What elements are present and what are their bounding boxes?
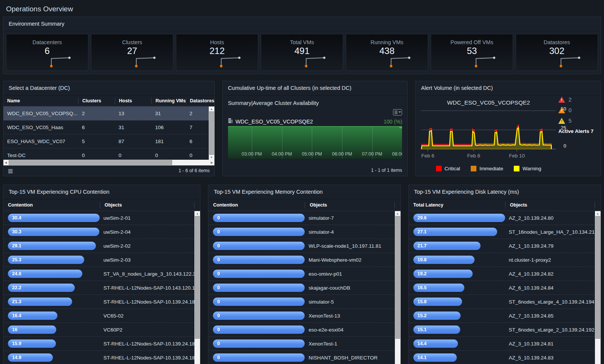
- table-row[interactable]: 15.8ST_6nodes_xLarge_4_10.139.24.194: [409, 295, 601, 309]
- table-row[interactable]: 0simulator-5: [208, 295, 400, 309]
- cpu-contention-vertical-scrollbar[interactable]: ▲: [194, 211, 200, 364]
- bar-cell: 0: [208, 256, 305, 264]
- memory-contention-vertical-scrollbar[interactable]: ▲: [395, 211, 401, 364]
- column-header-name[interactable]: Name: [3, 98, 78, 104]
- memory-contention-header: Top-15 VM Experiencing Memory Contention: [208, 185, 400, 199]
- column-header-objects[interactable]: Objects: [505, 202, 595, 208]
- alert-badges: !2!0!5Active Alerts 7: [558, 97, 598, 134]
- table-row[interactable]: 0simulator-7: [208, 211, 400, 225]
- column-header-hosts[interactable]: Hosts: [115, 98, 151, 104]
- bar-cell: 15.1: [409, 325, 505, 334]
- bar-cell: 27.1: [409, 228, 505, 236]
- table-row[interactable]: 14.4AZ_3_10.139.24.81: [409, 337, 601, 351]
- table-row[interactable]: 0eso-omivv-p01: [208, 267, 400, 281]
- column-header-total-latency[interactable]: Total Latency: [409, 202, 505, 208]
- table-row[interactable]: 0eso-e2e-esxi04: [208, 323, 400, 337]
- object-name: AZ_6_10.139.24.84: [505, 285, 554, 291]
- clusters-count: 6: [78, 125, 115, 130]
- bar-cell: 0: [208, 270, 305, 278]
- chart-options-dropdown-icon[interactable]: [393, 109, 402, 116]
- scroll-up-arrow-icon[interactable]: ▲: [595, 211, 601, 216]
- table-row[interactable]: 0XenonTest-13: [208, 309, 400, 323]
- middle-row: Select a Datacenter (DC) NameClustersHos…: [3, 81, 601, 176]
- sparkline-icon: [48, 55, 74, 68]
- table-row[interactable]: 0XenonTest-1: [208, 337, 400, 351]
- sparkline-chart: [48, 55, 74, 70]
- table-row[interactable]: 0skajagar-couchDB: [208, 281, 400, 295]
- table-row[interactable]: 15.9ST-RHEL-L-12Nodes-SAP-10.139.24.181: [3, 337, 200, 351]
- column-picker-icon[interactable]: ▥: [8, 168, 13, 174]
- datacenter-vertical-scrollbar[interactable]: ▲ ▼: [209, 106, 214, 159]
- column-header-objects[interactable]: Objects: [305, 202, 394, 208]
- scrollbar-thumb[interactable]: [195, 216, 200, 339]
- table-row[interactable]: 16.5AZ_6_10.139.24.84: [409, 281, 601, 295]
- datacenter-panel: Select a Datacenter (DC) NameClustersHos…: [3, 81, 215, 176]
- table-row[interactable]: 24.6ST_VA_8_nodes_Large_3_10.143.122.3: [3, 267, 200, 281]
- scrollbar-thumb[interactable]: [595, 216, 600, 339]
- scroll-left-arrow-icon[interactable]: ◀: [3, 160, 8, 165]
- table-row[interactable]: 22.2ST-RHEL-L-12Nodes-SAP-10.143.120.118: [3, 281, 200, 295]
- object-name: AZ_3_10.139.24.81: [505, 341, 554, 347]
- table-row[interactable]: 21.7AZ_1_10.139.24.79: [409, 239, 601, 253]
- scroll-right-arrow-icon[interactable]: ▶: [210, 160, 214, 165]
- bar-cell: 0: [208, 325, 305, 334]
- table-row[interactable]: 19.8nt.cluster-1-proxy2: [409, 253, 601, 267]
- table-row[interactable]: 14.1AZ_5_10.139.24.83: [409, 351, 601, 364]
- table-row[interactable]: 0NISHANT_BOSH_DIRECTOR: [208, 351, 400, 364]
- table-row[interactable]: 30.4uwSim-2-01: [3, 211, 200, 225]
- disk-latency-vertical-scrollbar[interactable]: ▲: [595, 211, 601, 364]
- table-row[interactable]: 19.2AZ_4_10.139.24.82: [409, 267, 601, 281]
- table-row[interactable]: 0WLP-scale-node1_10.197.11.81: [208, 239, 400, 253]
- table-row[interactable]: 29.6AZ_2_10.139.24.80: [409, 211, 601, 225]
- column-header-contention[interactable]: Contention: [3, 202, 100, 208]
- table-row[interactable]: 15.2AZ_7_10.139.24.85: [409, 309, 601, 323]
- object-name: NISHANT_BOSH_DIRECTOR: [305, 355, 378, 361]
- summary-card: Datastores302: [516, 34, 598, 71]
- column-header-clusters[interactable]: Clusters: [78, 98, 115, 104]
- table-row[interactable]: 16.4VC65-02: [3, 309, 200, 323]
- uptime-panel-title: Cumulative Up-time of all Clusters (in s…: [228, 85, 351, 91]
- table-row[interactable]: 14.9ST-RHEL-L-12Nodes-SAP-10.139.24.183: [3, 351, 200, 364]
- table-row[interactable]: 21.3ST-RHEL-L-12Nodes-SAP-10.139.24.182: [3, 295, 200, 309]
- column-header-datastores[interactable]: Datastores: [186, 98, 214, 104]
- running-vms-count: 31: [151, 111, 186, 116]
- table-row[interactable]: Test-DC0000: [3, 148, 214, 159]
- bar-cell: 22.2: [3, 284, 100, 292]
- table-row[interactable]: 29.1uwSim-2-02: [3, 239, 200, 253]
- summary-card: Datacenters6: [6, 34, 88, 71]
- clusters-count: 0: [78, 153, 115, 158]
- scrollbar-thumb[interactable]: [9, 160, 172, 165]
- scroll-up-arrow-icon[interactable]: ▲: [209, 106, 214, 111]
- table-row[interactable]: 16VC60P2: [3, 323, 200, 337]
- summary-card-label: Datacenters: [6, 39, 88, 45]
- scrollbar-thumb[interactable]: [395, 216, 400, 339]
- table-row[interactable]: 30.3uwSim-2-04: [3, 225, 200, 239]
- uptime-cluster-row[interactable]: WDC_ESO_VC05_VCOPSQE2 100 (%): [223, 116, 408, 126]
- object-name: simulator-4: [305, 229, 334, 235]
- scroll-up-arrow-icon[interactable]: ▲: [194, 211, 200, 216]
- table-row[interactable]: 0simulator-4: [208, 225, 400, 239]
- hosts-count: 13: [115, 111, 151, 116]
- alert-chart-area: WDC_ESO_VC05_VCOPSQE2 50250 Feb 6Feb 8Fe…: [416, 96, 601, 176]
- table-row[interactable]: WDC_ESO_VC05_VCOPSQ...213312: [3, 106, 214, 120]
- scroll-down-arrow-icon[interactable]: ▼: [209, 155, 214, 160]
- environment-summary-title: Environment Summary: [9, 21, 64, 27]
- table-row[interactable]: ESO_HAAS_WDC_VC075871816: [3, 134, 214, 148]
- object-name: ST-RHEL-L-12Nodes-SAP-10.139.24.181: [100, 341, 198, 347]
- uptime-metric-label: Summary|Average Cluster Availability: [223, 96, 408, 106]
- scroll-up-arrow-icon[interactable]: ▲: [395, 211, 401, 216]
- table-row[interactable]: 25.3uwSim-2-03: [3, 253, 200, 267]
- table-row[interactable]: WDC_ESO_VC05_Haas6311067: [3, 120, 214, 134]
- table-row[interactable]: 27.1ST_16nodes_Large_HA_7_10.134.21.7: [409, 225, 601, 239]
- uptime-time-label: 07:00 PM: [362, 151, 382, 157]
- summary-card: Powered Off VMs53: [431, 34, 513, 71]
- table-row[interactable]: 0Mani-Websphere-vm02: [208, 253, 400, 267]
- column-header-objects[interactable]: Objects: [100, 202, 194, 208]
- datacenter-horizontal-scrollbar[interactable]: ◀ ▶: [3, 160, 214, 165]
- value-bar: 0: [213, 270, 305, 278]
- value-bar: 0: [213, 325, 305, 334]
- table-row[interactable]: 15.1ST_6nodes_xLarge_2_10.139.24.192: [409, 323, 601, 337]
- column-header-contention[interactable]: Contention: [208, 202, 305, 208]
- column-header-running-vms[interactable]: Running VMs: [151, 98, 186, 104]
- scrollbar-thumb[interactable]: [209, 111, 214, 154]
